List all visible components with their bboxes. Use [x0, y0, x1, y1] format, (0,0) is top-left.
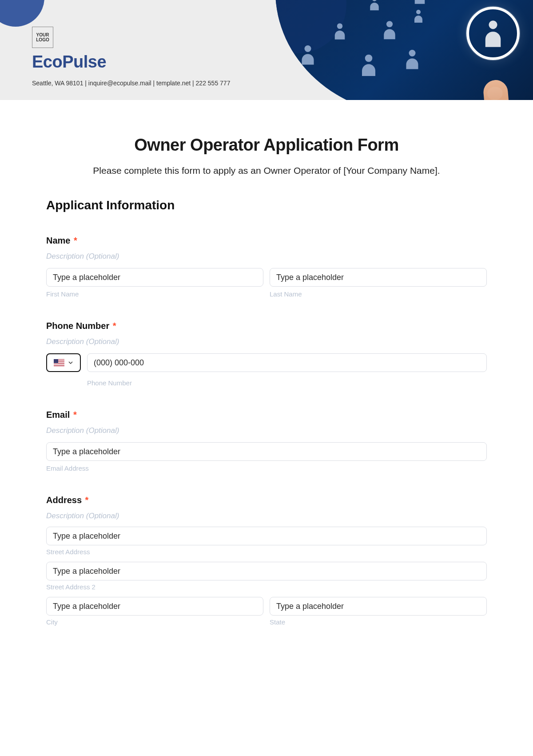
hero-image	[275, 0, 533, 100]
svg-point-3	[337, 24, 343, 29]
email-description: Description (Optional)	[46, 426, 487, 435]
first-name-input[interactable]	[46, 268, 263, 287]
phone-label: Phone Number *	[46, 321, 487, 331]
svg-point-2	[416, 10, 421, 14]
street-address2-input[interactable]	[46, 562, 487, 580]
state-sublabel: State	[270, 618, 487, 626]
state-input[interactable]	[270, 597, 487, 616]
svg-point-8	[489, 20, 497, 29]
svg-point-6	[365, 55, 373, 62]
email-label: Email *	[46, 410, 487, 420]
email-input[interactable]	[46, 442, 487, 461]
chevron-down-icon	[68, 360, 73, 365]
svg-point-0	[372, 0, 377, 1]
email-sublabel: Email Address	[46, 464, 487, 472]
form-subtitle: Please complete this form to apply as an…	[46, 165, 487, 176]
country-code-select[interactable]	[46, 353, 81, 372]
us-flag-icon	[54, 359, 64, 366]
street1-sublabel: Street Address	[46, 548, 487, 556]
logo-placeholder: YOUR LOGO	[32, 27, 53, 48]
street-address-input[interactable]	[46, 527, 487, 545]
svg-point-5	[305, 45, 311, 52]
contact-line: Seattle, WA 98101 | inquire@ecopulse.mai…	[32, 80, 230, 87]
highlighted-person-icon	[466, 7, 520, 60]
city-input[interactable]	[46, 597, 263, 616]
phone-input[interactable]	[87, 353, 487, 372]
last-name-input[interactable]	[270, 268, 487, 287]
first-name-sublabel: First Name	[46, 290, 263, 298]
svg-point-7	[409, 50, 416, 56]
svg-point-4	[386, 21, 393, 27]
decorative-circle	[0, 0, 44, 27]
header-banner: YOUR LOGO EcoPulse Seattle, WA 98101 | i…	[0, 0, 533, 100]
address-label: Address *	[46, 495, 487, 505]
phone-description: Description (Optional)	[46, 337, 487, 346]
brand-name: EcoPulse	[32, 52, 230, 72]
phone-sublabel: Phone Number	[87, 379, 487, 387]
last-name-sublabel: Last Name	[270, 290, 487, 298]
city-sublabel: City	[46, 618, 263, 626]
address-description: Description (Optional)	[46, 512, 487, 520]
section-applicant-info: Applicant Information	[46, 198, 487, 212]
street2-sublabel: Street Address 2	[46, 583, 487, 591]
name-description: Description (Optional)	[46, 252, 487, 261]
form-title: Owner Operator Application Form	[46, 136, 487, 155]
name-label: Name *	[46, 236, 487, 246]
